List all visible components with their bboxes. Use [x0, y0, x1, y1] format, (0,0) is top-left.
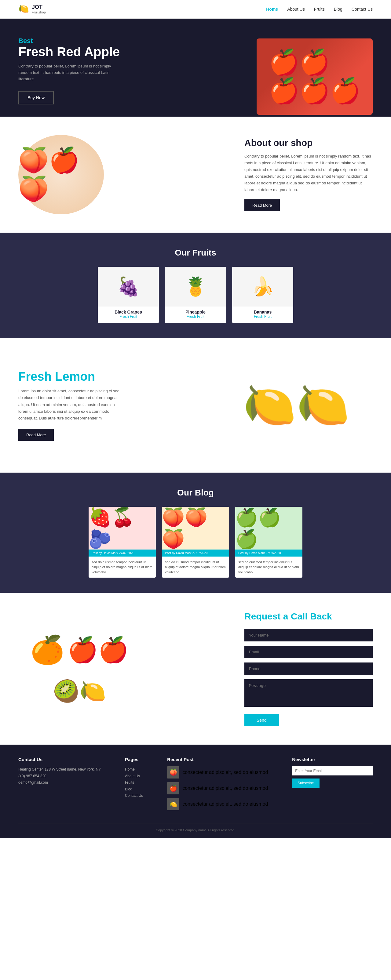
callback-emoji-1: 🍊 — [30, 634, 64, 666]
lemon-description: Lorem ipsum dolor sit amet, consectetur … — [18, 388, 122, 421]
callback-emoji-2: 🍎🍎 — [67, 636, 129, 664]
blog-meta-1: Post by David Mark 27/07/2020 — [162, 549, 229, 557]
callback-email-input[interactable] — [244, 646, 373, 658]
footer-copyright: Copyright © 2020 Company name All rights… — [18, 823, 373, 832]
footer-contact: Contact Us Healing Center, 178 W Street … — [18, 757, 101, 814]
newsletter-email-input[interactable] — [292, 766, 373, 775]
footer-email: demo@gmail.com — [18, 780, 101, 786]
nav-links: Home About Us Fruits Blog Contact Us — [266, 6, 373, 12]
recent-post-text-2: consectetur adipisc elt, sed do eiusmod — [182, 802, 268, 807]
blog-grid: 🍓🍒🫐 Post by David Mark 27/07/2020 sed do… — [18, 507, 373, 578]
about-section: 🍑🍎🍑 About our shop Contrary to popular b… — [0, 117, 391, 232]
footer-phone: (+9) 987 654 320 — [18, 773, 101, 780]
footer-newsletter-title: Newsletter — [292, 757, 373, 762]
footer-page-contact[interactable]: Contact Us — [125, 794, 143, 798]
footer-recent-posts: Recent Post 🍑 consectetur adipisc elt, s… — [167, 757, 268, 814]
fruit-image-pineapple: 🍍 — [165, 267, 226, 307]
lemon-read-more-button[interactable]: Read More — [18, 429, 54, 441]
fruit-card-grapes: 🍇 Black Grapes Fresh Fruit — [98, 267, 159, 323]
fruit-name-pineapple: Pineapple — [169, 310, 222, 315]
nav-blog[interactable]: Blog — [334, 7, 342, 11]
about-image: 🍑🍎🍑 — [18, 135, 104, 214]
hero-section: Best Fresh Red Apple Contrary to popular… — [0, 19, 391, 117]
footer-newsletter: Newsletter Subscribe — [292, 757, 373, 814]
hero-description: Contrary to popular belief, Lorem ipsum … — [18, 63, 122, 82]
nav-about[interactable]: About Us — [287, 7, 305, 11]
footer-pages: Pages Home About Us Fruits Blog Contact … — [125, 757, 143, 814]
footer-address: Healing Center, 178 W Street name, New Y… — [18, 766, 101, 773]
fruit-name-bananas: Bananas — [236, 310, 289, 315]
callback-title: Request a Call Back — [244, 611, 373, 622]
logo-icon: 🍋 — [18, 4, 29, 15]
fruits-grid: 🍇 Black Grapes Fresh Fruit 🍍 Pineapple F… — [18, 267, 373, 323]
navbar: 🍋 JOT Fruitshop Home About Us Fruits Blo… — [0, 0, 391, 19]
callback-section: 🍊 🍎🍎 🥝🍋 Request a Call Back Send — [0, 593, 391, 745]
fruit-sub-grapes: Fresh Fruit — [102, 315, 155, 319]
blog-image-2: 🍏🍏🍏 — [235, 507, 302, 549]
nav-home[interactable]: Home — [266, 7, 278, 11]
lemon-image: 🍋🍋 — [220, 356, 373, 454]
callback-fruit-image: 🍊 🍎🍎 🥝🍋 — [18, 623, 140, 715]
lemon-content: Fresh Lemon Lorem ipsum dolor sit amet, … — [18, 370, 122, 441]
footer-pages-list: Home About Us Fruits Blog Contact Us — [125, 766, 143, 799]
recent-post-text-1: consectetur adipisc elt, sed do eiusmod — [182, 786, 268, 791]
callback-form: Send — [244, 629, 373, 726]
blog-body-2: sed do eiusmod tempor incididunt ut aliq… — [235, 557, 302, 578]
callback-emoji-3: 🥝🍋 — [53, 679, 106, 704]
hero-image: 🍎🍎🍎🍎🍎 — [257, 38, 373, 115]
recent-post-text-0: consectetur adipisc elt, sed do eiusmod — [182, 770, 268, 775]
hero-best-label: Best — [18, 37, 122, 45]
footer-page-about[interactable]: About Us — [125, 774, 140, 778]
brand-name: JOT — [32, 4, 46, 10]
fruit-image-grapes: 🍇 — [98, 267, 159, 307]
fruit-sub-bananas: Fresh Fruit — [236, 315, 289, 319]
hero-title: Fresh Red Apple — [18, 45, 122, 59]
blog-meta-0: Post by David Mark 27/07/2020 — [89, 549, 156, 557]
fruit-name-grapes: Black Grapes — [102, 310, 155, 315]
newsletter-subscribe-button[interactable]: Subscribe — [292, 778, 319, 788]
footer-grid: Contact Us Healing Center, 178 W Street … — [18, 757, 373, 814]
lemon-title: Fresh Lemon — [18, 370, 122, 383]
recent-post-2: 🍋 consectetur adipisc elt, sed do eiusmo… — [167, 798, 268, 810]
callback-form-wrap: Request a Call Back Send — [244, 611, 373, 726]
blog-meta-2: Post by David Mark 27/07/2020 — [235, 549, 302, 557]
footer-page-home[interactable]: Home — [125, 767, 135, 772]
recent-post-0: 🍑 consectetur adipisc elt, sed do eiusmo… — [167, 766, 268, 778]
nav-fruits[interactable]: Fruits — [314, 7, 325, 11]
brand-tagline: Fruitshop — [32, 10, 46, 14]
footer-recent-posts-title: Recent Post — [167, 757, 268, 762]
fruit-card-bananas: 🍌 Bananas Fresh Fruit — [232, 267, 293, 323]
fruit-card-pineapple: 🍍 Pineapple Fresh Fruit — [165, 267, 226, 323]
logo[interactable]: 🍋 JOT Fruitshop — [18, 4, 46, 15]
blog-card-2: 🍏🍏🍏 Post by David Mark 27/07/2020 sed do… — [235, 507, 302, 578]
blog-body-0: sed do eiusmod tempor incididunt ut aliq… — [89, 557, 156, 578]
blog-section: Our Blog 🍓🍒🫐 Post by David Mark 27/07/20… — [0, 473, 391, 593]
blog-image-1: 🍑🍑🍑 — [162, 507, 229, 549]
fruit-image-bananas: 🍌 — [232, 267, 293, 307]
nav-contact[interactable]: Contact Us — [351, 7, 373, 11]
callback-phone-input[interactable] — [244, 662, 373, 675]
callback-message-input[interactable] — [244, 679, 373, 707]
callback-send-button[interactable]: Send — [244, 714, 279, 726]
fruits-section-title: Our Fruits — [18, 248, 373, 258]
callback-name-input[interactable] — [244, 629, 373, 641]
blog-section-title: Our Blog — [18, 488, 373, 498]
recent-post-img-2: 🍋 — [167, 798, 179, 810]
recent-post-img-0: 🍑 — [167, 766, 179, 778]
blog-body-1: sed do eiusmod tempor incididunt ut aliq… — [162, 557, 229, 578]
about-description: Contrary to popular belief, Lorem ipsum … — [244, 153, 373, 194]
blog-image-0: 🍓🍒🫐 — [89, 507, 156, 549]
lemon-emoji: 🍋🍋 — [243, 380, 350, 431]
fruit-sub-pineapple: Fresh Fruit — [169, 315, 222, 319]
about-read-more-button[interactable]: Read More — [244, 199, 280, 211]
hero-content: Best Fresh Red Apple Contrary to popular… — [18, 37, 122, 117]
recent-post-img-1: 🍎 — [167, 782, 179, 794]
apple-emoji: 🍎🍎🍎🍎🍎 — [269, 48, 361, 105]
about-fruit-emoji: 🍑🍎🍑 — [18, 146, 104, 203]
about-content: About our shop Contrary to popular belie… — [244, 138, 373, 212]
footer-page-blog[interactable]: Blog — [125, 787, 132, 791]
footer-page-fruits[interactable]: Fruits — [125, 780, 134, 784]
footer-contact-title: Contact Us — [18, 757, 101, 762]
blog-card-1: 🍑🍑🍑 Post by David Mark 27/07/2020 sed do… — [162, 507, 229, 578]
buy-now-button[interactable]: Buy Now — [18, 91, 54, 104]
